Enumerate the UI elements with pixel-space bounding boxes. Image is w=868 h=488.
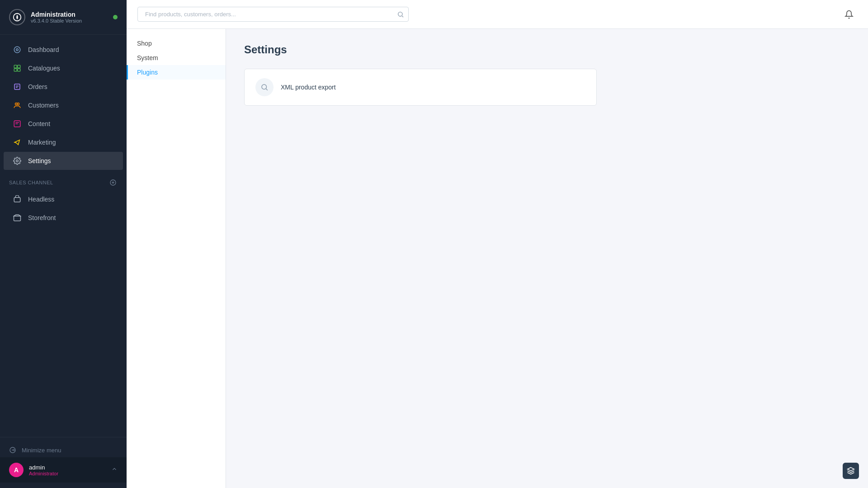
dashboard-icon: [13, 45, 22, 54]
sidebar-item-headless[interactable]: Headless: [4, 190, 123, 208]
page-title: Settings: [244, 43, 850, 56]
sidebar-item-settings[interactable]: Settings: [4, 152, 123, 170]
content-icon: [13, 119, 22, 128]
app-title-wrap: Administration v6.3.4.0 Stable Version: [31, 11, 108, 23]
settings-icon: [13, 156, 22, 165]
svg-rect-6: [18, 69, 20, 71]
svg-point-17: [262, 84, 267, 89]
page-content: Settings XML product export: [226, 29, 868, 488]
sidebar-item-customers[interactable]: Customers: [4, 96, 123, 114]
settings-sub-nav-system[interactable]: System: [127, 51, 226, 65]
xml-export-icon: [255, 78, 274, 96]
svg-point-11: [16, 160, 19, 162]
search-button[interactable]: [397, 11, 404, 18]
svg-point-1: [14, 47, 20, 53]
svg-rect-7: [14, 84, 20, 89]
app-title: Administration: [31, 11, 108, 18]
sidebar-item-storefront[interactable]: Storefront: [4, 209, 123, 227]
sidebar-header: Administration v6.3.4.0 Stable Version: [0, 0, 127, 35]
online-indicator: [113, 15, 118, 19]
user-bar: A admin Administrator: [0, 457, 127, 483]
headless-icon: [13, 195, 22, 204]
main-nav: Dashboard Catalogues Orders Customers: [0, 35, 127, 437]
sales-channel-label: Sales Channel: [9, 180, 53, 185]
plugin-card-xml-export[interactable]: XML product export: [244, 69, 597, 106]
topbar: [127, 0, 868, 29]
avatar: A: [9, 463, 24, 477]
app-version: v6.3.4.0 Stable Version: [31, 18, 108, 23]
customers-icon: [13, 101, 22, 110]
svg-rect-14: [14, 216, 21, 221]
settings-sub-nav-plugins[interactable]: Plugins: [127, 65, 226, 80]
user-name: admin: [29, 464, 106, 471]
minimize-menu-button[interactable]: Minimize menu: [0, 443, 127, 457]
user-menu-chevron[interactable]: [111, 466, 118, 474]
orders-icon: [13, 82, 22, 91]
sidebar-item-orders[interactable]: Orders: [4, 78, 123, 96]
sales-channel-section: Sales Channel: [0, 174, 127, 190]
content-area: Shop System Plugins Settings XML product…: [127, 29, 868, 488]
svg-rect-13: [14, 197, 20, 202]
svg-point-16: [398, 12, 402, 16]
search-input[interactable]: [137, 7, 409, 22]
svg-rect-4: [18, 65, 20, 68]
add-channel-button[interactable]: [108, 178, 118, 187]
catalogue-icon: [13, 64, 22, 73]
app-logo: [9, 9, 25, 25]
user-role: Administrator: [29, 471, 106, 476]
sidebar-item-catalogues[interactable]: Catalogues: [4, 59, 123, 77]
settings-sub-nav-shop[interactable]: Shop: [127, 36, 226, 51]
plugin-name: XML product export: [281, 84, 336, 91]
settings-sub-sidebar: Shop System Plugins: [127, 29, 226, 488]
svg-point-2: [16, 49, 19, 51]
notification-button[interactable]: [841, 6, 857, 23]
storefront-icon: [13, 213, 22, 222]
search-bar: [137, 7, 409, 22]
sidebar: Administration v6.3.4.0 Stable Version D…: [0, 0, 127, 488]
sidebar-item-content[interactable]: Content: [4, 115, 123, 133]
bottom-widget[interactable]: [843, 463, 859, 479]
sidebar-item-marketing[interactable]: Marketing: [4, 133, 123, 151]
svg-rect-3: [14, 65, 17, 68]
svg-rect-5: [14, 69, 17, 71]
marketing-icon: [13, 138, 22, 147]
sidebar-item-dashboard[interactable]: Dashboard: [4, 41, 123, 59]
sidebar-footer: Minimize menu A admin Administrator: [0, 437, 127, 488]
main-area: Shop System Plugins Settings XML product…: [127, 0, 868, 488]
minimize-menu-label: Minimize menu: [22, 447, 61, 454]
svg-point-9: [17, 103, 19, 105]
user-info: admin Administrator: [29, 464, 106, 476]
